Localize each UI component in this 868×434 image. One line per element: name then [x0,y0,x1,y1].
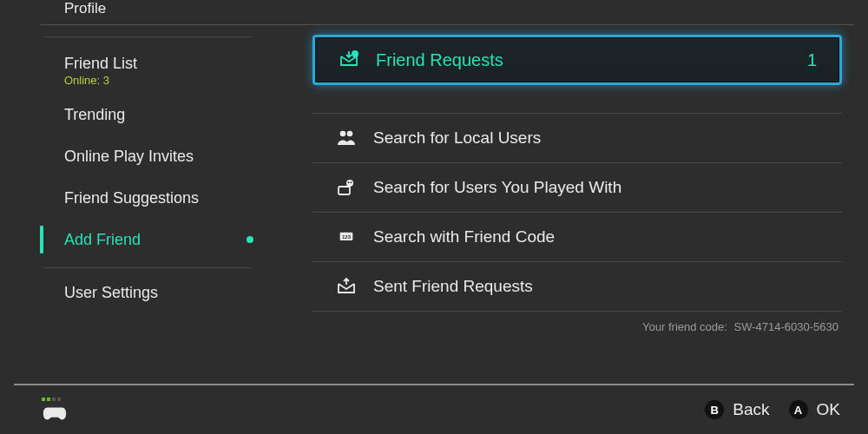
friend-code-text: Your friend code: SW-4714-6030-5630 [312,320,842,333]
add-friend-options: Search for Local Users Search for Users … [312,113,842,312]
controller-icon [42,404,68,423]
sidebar-item-label: Online Play Invites [64,148,194,166]
sidebar-item-profile[interactable]: Profile [40,0,262,26]
sidebar: Profile Friend List Online: 3 Trending O… [40,0,262,313]
button-label: OK [817,400,840,419]
controller-status [42,398,68,423]
sidebar-item-label: User Settings [64,284,158,302]
svg-point-0 [340,131,346,137]
item-label: Search with Friend Code [373,227,555,247]
active-indicator-bar [40,226,43,253]
sent-friend-requests-item[interactable]: Sent Friend Requests [312,262,842,311]
friend-requests-item[interactable]: Friend Requests 1 [312,35,842,85]
b-button-icon: B [705,400,724,419]
button-label: Back [733,400,769,419]
controller-battery-icon [42,398,68,401]
svg-point-1 [347,131,353,137]
sidebar-item-label: Friend Suggestions [64,189,199,207]
ok-button[interactable]: A OK [789,400,840,419]
a-button-icon: A [789,400,808,419]
sidebar-divider [43,267,252,268]
sidebar-online-count: Online: 3 [40,74,262,87]
item-label: Search for Users You Played With [373,178,621,197]
svg-point-4 [348,181,350,183]
friend-code-label: Your friend code: [642,320,727,333]
sidebar-item-label: Friend List [64,55,137,73]
back-button[interactable]: B Back [705,400,769,419]
svg-point-3 [346,180,353,187]
item-label: Search for Local Users [373,128,541,148]
sidebar-item-label: Profile [64,0,106,17]
svg-point-5 [351,181,352,183]
sidebar-item-friend-suggestions[interactable]: Friend Suggestions [40,177,262,219]
search-local-users-item[interactable]: Search for Local Users [312,114,842,162]
search-friend-code-item[interactable]: 123 Search with Friend Code [312,213,842,261]
search-played-with-item[interactable]: Search for Users You Played With [312,163,842,212]
played-with-icon [335,176,358,199]
sidebar-divider [43,36,252,37]
active-indicator-dot [247,236,253,243]
item-label: Sent Friend Requests [373,277,533,296]
sidebar-item-trending[interactable]: Trending [40,94,262,135]
friend-code-icon: 123 [335,226,358,248]
outbox-upload-icon [335,275,358,298]
footer: B Back A OK [0,385,868,434]
sidebar-item-label: Add Friend [64,231,141,249]
sidebar-item-online-play-invites[interactable]: Online Play Invites [40,135,262,177]
row-divider [312,311,842,312]
sidebar-item-add-friend[interactable]: Add Friend [40,219,262,260]
friend-requests-count: 1 [807,50,817,70]
main-panel: Friend Requests 1 Search for Local Users [312,35,842,333]
footer-actions: B Back A OK [705,400,840,419]
inbox-download-icon [338,49,360,71]
friend-code-value: SW-4714-6030-5630 [734,320,838,333]
sidebar-item-label: Trending [64,106,125,124]
item-label: Friend Requests [376,50,503,70]
svg-text:123: 123 [342,234,352,240]
svg-rect-2 [339,187,350,194]
sidebar-item-user-settings[interactable]: User Settings [40,272,262,313]
two-users-icon [335,127,358,149]
